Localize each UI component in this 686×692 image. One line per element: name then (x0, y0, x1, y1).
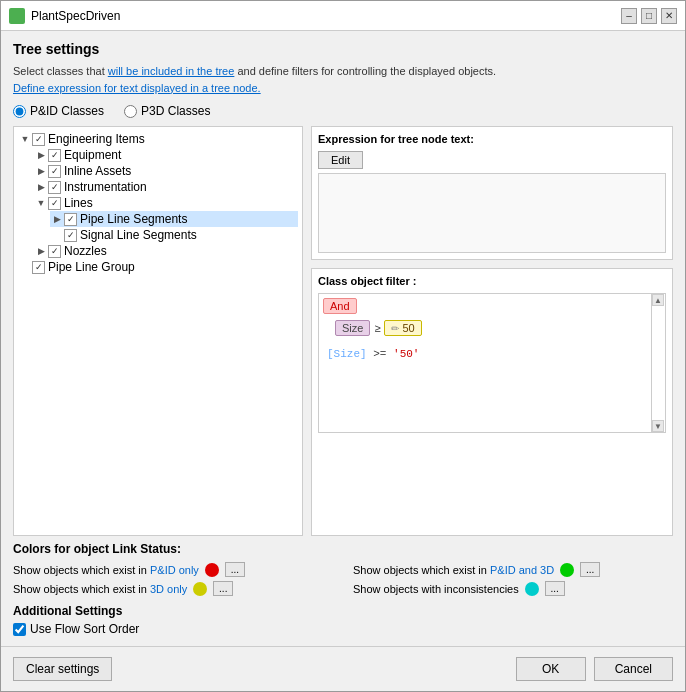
color-row-3d-only: Show objects which exist in 3D only ... (13, 581, 333, 596)
tree-item-pipe-line-group[interactable]: ▶ ✓ Pipe Line Group (18, 259, 298, 275)
scroll-up-arrow[interactable]: ▲ (652, 294, 664, 306)
flow-sort-checkbox[interactable] (13, 623, 26, 636)
flow-sort-label: Use Flow Sort Order (30, 622, 139, 636)
expand-instrumentation[interactable]: ▶ (34, 180, 48, 194)
filter-panel: Class object filter : And Size ≥ ✏ (311, 268, 673, 536)
label-equipment: Equipment (64, 148, 121, 162)
maximize-button[interactable]: □ (641, 8, 657, 24)
label-instrumentation: Instrumentation (64, 180, 147, 194)
footer: Clear settings OK Cancel (1, 646, 685, 691)
color-row-pid-3d: Show objects which exist in P&ID and 3D … (353, 562, 673, 577)
highlight-included[interactable]: will be included in the tree (108, 65, 235, 77)
expand-pipe-line-segments[interactable]: ▶ (50, 212, 64, 226)
expand-lines[interactable]: ▼ (34, 196, 48, 210)
check-pipe-line-segments[interactable]: ✓ (64, 213, 77, 226)
filter-value-text: 50 (402, 322, 414, 334)
additional-settings-title: Additional Settings (13, 604, 673, 618)
filter-size-tag[interactable]: Size (335, 320, 370, 336)
label-pipe-line-group: Pipe Line Group (48, 260, 135, 274)
expand-nozzles[interactable]: ▶ (34, 244, 48, 258)
color-label-3d-only: Show objects which exist in 3D only (13, 583, 187, 595)
label-lines: Lines (64, 196, 93, 210)
color-dot-pid-3d (560, 563, 574, 577)
color-row-inconsistencies: Show objects with inconsistencies ... (353, 581, 673, 596)
filter-code-val: '50' (393, 348, 419, 360)
tree-item-pipe-line-segments[interactable]: ▶ ✓ Pipe Line Segments (50, 211, 298, 227)
filter-code-key: [Size] (327, 348, 367, 360)
filter-code: [Size] >= '50' (323, 344, 647, 364)
dots-btn-pid-only[interactable]: ... (225, 562, 245, 577)
tree-item-instrumentation[interactable]: ▶ ✓ Instrumentation (34, 179, 298, 195)
color-dot-inconsistencies (525, 582, 539, 596)
dots-btn-3d-only[interactable]: ... (213, 581, 233, 596)
colors-title: Colors for object Link Status: (13, 542, 673, 556)
page-title: Tree settings (13, 41, 673, 57)
right-panel: Expression for tree node text: Edit Clas… (311, 126, 673, 536)
check-inline[interactable]: ✓ (48, 165, 61, 178)
window-title: PlantSpecDriven (31, 9, 621, 23)
dots-btn-pid-3d[interactable]: ... (580, 562, 600, 577)
expand-equipment[interactable]: ▶ (34, 148, 48, 162)
minimize-button[interactable]: – (621, 8, 637, 24)
p3d-classes-label: P3D Classes (141, 104, 210, 118)
filter-code-op: >= (373, 348, 393, 360)
color-label-inconsistencies: Show objects with inconsistencies (353, 583, 519, 595)
color-label-pid-3d: Show objects which exist in P&ID and 3D (353, 564, 554, 576)
main-area: ▼ ✓ Engineering Items ▶ ✓ Equipment ▶ ✓ … (13, 126, 673, 536)
filter-scrollbar: ▲ ▼ (651, 294, 665, 432)
tree-item-signal-line-segments[interactable]: ▶ ✓ Signal Line Segments (50, 227, 298, 243)
check-lines[interactable]: ✓ (48, 197, 61, 210)
window-controls: – □ ✕ (621, 8, 677, 24)
color-row-pid-only: Show objects which exist in P&ID only ..… (13, 562, 333, 577)
scroll-down-arrow[interactable]: ▼ (652, 420, 664, 432)
check-signal-line-segments[interactable]: ✓ (64, 229, 77, 242)
clear-settings-button[interactable]: Clear settings (13, 657, 112, 681)
tree-item-engineering[interactable]: ▼ ✓ Engineering Items (18, 131, 298, 147)
highlight-expression[interactable]: Define expression for text displayed in … (13, 82, 261, 94)
label-inline: Inline Assets (64, 164, 131, 178)
app-icon (9, 8, 25, 24)
expand-inline[interactable]: ▶ (34, 164, 48, 178)
label-signal-line-segments: Signal Line Segments (80, 228, 197, 242)
check-nozzles[interactable]: ✓ (48, 245, 61, 258)
description: Select classes that will be included in … (13, 63, 673, 96)
tree-item-lines[interactable]: ▼ ✓ Lines (34, 195, 298, 211)
pid-classes-radio[interactable] (13, 105, 26, 118)
label-pipe-line-segments: Pipe Line Segments (80, 212, 187, 226)
check-pipe-line-group[interactable]: ✓ (32, 261, 45, 274)
main-window: PlantSpecDriven – □ ✕ Tree settings Sele… (0, 0, 686, 692)
check-equipment[interactable]: ✓ (48, 149, 61, 162)
filter-value[interactable]: ✏ 50 (384, 320, 421, 336)
check-engineering[interactable]: ✓ (32, 133, 45, 146)
dots-btn-inconsistencies[interactable]: ... (545, 581, 565, 596)
cancel-button[interactable]: Cancel (594, 657, 673, 681)
check-instrumentation[interactable]: ✓ (48, 181, 61, 194)
footer-right-buttons: OK Cancel (516, 657, 673, 681)
filter-op: ≥ (374, 322, 380, 334)
color-label-pid-only: Show objects which exist in P&ID only (13, 564, 199, 576)
colors-grid: Show objects which exist in P&ID only ..… (13, 562, 673, 596)
close-button[interactable]: ✕ (661, 8, 677, 24)
pid-classes-radio-label[interactable]: P&ID Classes (13, 104, 104, 118)
flow-sort-checkbox-row: Use Flow Sort Order (13, 622, 673, 636)
filter-box: And Size ≥ ✏ 50 [Size] (318, 293, 666, 433)
tree-item-equipment[interactable]: ▶ ✓ Equipment (34, 147, 298, 163)
color-dot-pid-only (205, 563, 219, 577)
expression-panel-title: Expression for tree node text: (318, 133, 666, 145)
p3d-classes-radio-label[interactable]: P3D Classes (124, 104, 210, 118)
tree-item-inline[interactable]: ▶ ✓ Inline Assets (34, 163, 298, 179)
expression-panel: Expression for tree node text: Edit (311, 126, 673, 260)
ok-button[interactable]: OK (516, 657, 586, 681)
expression-area[interactable] (318, 173, 666, 253)
filter-row: Size ≥ ✏ 50 (335, 320, 647, 336)
label-engineering: Engineering Items (48, 132, 145, 146)
expand-engineering[interactable]: ▼ (18, 132, 32, 146)
pencil-icon: ✏ (391, 323, 399, 334)
tree-panel[interactable]: ▼ ✓ Engineering Items ▶ ✓ Equipment ▶ ✓ … (13, 126, 303, 536)
p3d-classes-radio[interactable] (124, 105, 137, 118)
filter-and-tag[interactable]: And (323, 298, 357, 314)
tree-item-nozzles[interactable]: ▶ ✓ Nozzles (34, 243, 298, 259)
color-dot-3d-only (193, 582, 207, 596)
filter-panel-title: Class object filter : (318, 275, 666, 287)
edit-button[interactable]: Edit (318, 151, 363, 169)
